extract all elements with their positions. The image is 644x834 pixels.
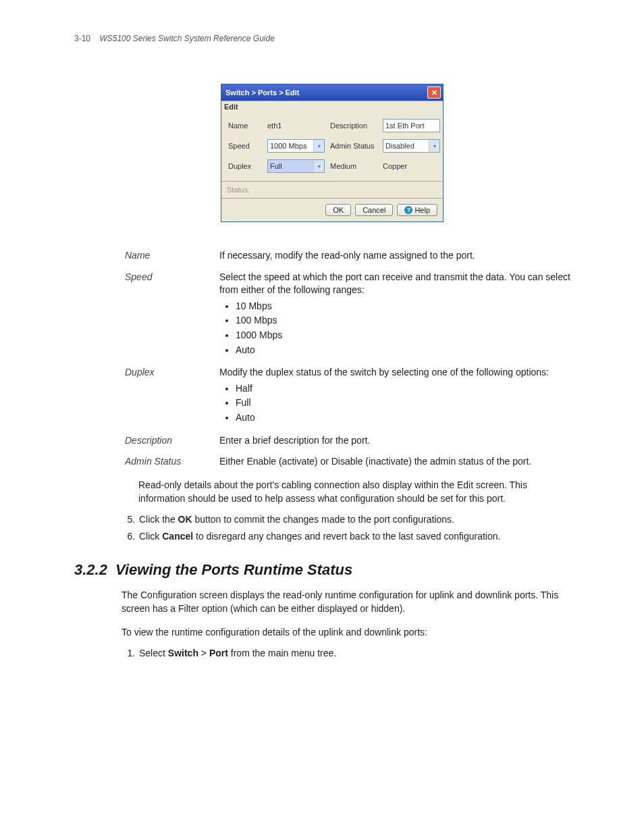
duplex-dropdown[interactable]: Full ▾ (267, 159, 325, 173)
help-label: Help (414, 206, 430, 214)
def-speed-term: Speed (125, 271, 219, 359)
dialog-subtitle: Edit (221, 101, 443, 112)
dialog-titlebar: Switch > Ports > Edit ✕ (221, 84, 443, 101)
guide-title: WS5100 Series Switch System Reference Gu… (99, 34, 274, 43)
def-name-desc: If necessary, modify the read-only name … (219, 249, 576, 263)
list-item: 1000 Mbps (236, 329, 576, 342)
dialog-screenshot: Switch > Ports > Edit ✕ Edit Name eth1 D… (221, 84, 444, 222)
chevron-down-icon: ▾ (429, 140, 439, 152)
readonly-note: Read-only details about the port's cabli… (138, 478, 576, 506)
list-item: Auto (236, 411, 576, 425)
description-input[interactable]: 1st Eth Port (383, 119, 440, 132)
section-steps: Select Switch > Port from the main menu … (123, 646, 590, 660)
name-label: Name (228, 122, 262, 130)
def-speed-desc: Select the speed at which the port can r… (219, 271, 570, 296)
steps-list: Click the OK button to commit the change… (123, 512, 590, 544)
def-admin-term: Admin Status (125, 455, 219, 469)
close-icon[interactable]: ✕ (427, 86, 441, 99)
chevron-down-icon: ▾ (313, 160, 324, 172)
medium-label: Medium (330, 162, 377, 170)
admin-status-dropdown[interactable]: Disabled ▾ (383, 139, 440, 153)
def-description-term: Description (125, 434, 219, 448)
def-description-desc: Enter a brief description for the port. (219, 434, 576, 448)
help-icon: ? (404, 206, 412, 214)
section-p1: The Configuration screen displays the re… (122, 588, 576, 616)
duplex-label: Duplex (228, 162, 262, 170)
description-label: Description (330, 122, 377, 130)
speed-dropdown[interactable]: 1000 Mbps ▾ (267, 139, 325, 153)
speed-value: 1000 Mbps (268, 142, 308, 150)
section-p2: To view the runtime configuration detail… (122, 625, 576, 639)
def-duplex-term: Duplex (125, 366, 219, 425)
speed-label: Speed (228, 142, 262, 150)
step-1: Select Switch > Port from the main menu … (138, 646, 590, 660)
list-item: Half (236, 382, 576, 396)
step-6: Click Cancel to disregard any changes an… (138, 529, 590, 544)
section-title: Viewing the Ports Runtime Status (115, 561, 352, 578)
list-item: Auto (236, 344, 576, 357)
medium-value: Copper (383, 162, 440, 170)
cancel-button[interactable]: Cancel (355, 204, 393, 216)
page-header: 3-10 WS5100 Series Switch System Referen… (74, 34, 590, 43)
section-number: 3.2.2 (74, 561, 107, 578)
def-admin-desc: Either Enable (activate) or Disable (ina… (219, 455, 576, 469)
cancel-label: Cancel (363, 206, 385, 214)
def-duplex-desc: Modify the duplex status of the switch b… (219, 367, 549, 377)
name-value: eth1 (267, 122, 325, 130)
list-item: Full (236, 396, 576, 410)
page-number: 3-10 (74, 34, 90, 43)
admin-status-value: Disabled (383, 142, 417, 150)
ok-button[interactable]: OK (325, 204, 351, 216)
chevron-down-icon: ▾ (313, 140, 324, 152)
help-button[interactable]: ? Help (397, 204, 437, 216)
def-name-term: Name (125, 249, 219, 263)
ok-label: OK (333, 206, 344, 214)
status-label: Status: (221, 182, 443, 199)
dialog-title: Switch > Ports > Edit (225, 88, 299, 97)
step-5: Click the OK button to commit the change… (138, 512, 590, 527)
section-heading: 3.2.2 Viewing the Ports Runtime Status (74, 561, 590, 579)
admin-status-label: Admin Status (330, 142, 377, 150)
list-item: 100 Mbps (236, 314, 576, 328)
duplex-value: Full (268, 162, 284, 170)
list-item: 10 Mbps (236, 300, 576, 313)
